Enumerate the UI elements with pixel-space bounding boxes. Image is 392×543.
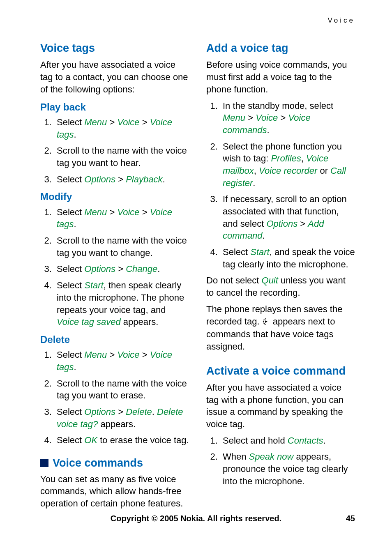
ui-term: Contacts [288, 435, 323, 446]
footer-copyright: Copyright © 2005 Nokia. All rights reser… [0, 514, 392, 523]
quit-note: Do not select Quit unless you want to ca… [206, 274, 355, 299]
list-item: Select Menu > Voice > Voice tags. [54, 206, 189, 230]
content-columns: Voice tags After you have associated a v… [40, 39, 355, 514]
list-item: Select Options > Change. [54, 263, 189, 275]
list-item: In the standby mode, select Menu > Voice… [220, 100, 355, 136]
heading-voice-commands: Voice commands [40, 456, 189, 470]
add-steps: In the standby mode, select Menu > Voice… [206, 100, 355, 271]
menu-path: Voice [117, 117, 139, 127]
menu-path: Menu [223, 113, 245, 123]
page-number: 45 [346, 514, 355, 523]
voice-tags-intro: After you have associated a voice tag to… [40, 59, 189, 95]
menu-path: Menu [84, 207, 107, 217]
heading-activate: Activate a voice command [206, 364, 355, 378]
ui-term: Voice tag saved [57, 317, 121, 327]
menu-path: Voice [256, 113, 278, 123]
menu-path: Options [84, 407, 115, 417]
ui-term: OK [84, 435, 97, 445]
list-item: Scroll to the name with the voice tag yo… [54, 235, 189, 259]
menu-path: Voice [117, 350, 139, 360]
list-item: Select OK to erase the voice tag. [54, 434, 189, 446]
menu-path: Options [84, 174, 115, 184]
list-item: Select and hold Contacts. [220, 435, 355, 447]
list-item: When Speak now appears, pronounce the vo… [220, 451, 355, 487]
heading-add-voice-tag: Add a voice tag [206, 41, 355, 55]
running-header: Voice [327, 16, 355, 25]
list-item: Select Options > Delete. Delete voice ta… [54, 406, 189, 430]
manual-page: Voice Voice tags After you have associat… [0, 0, 392, 543]
list-item: Select Start, and speak the voice tag cl… [220, 246, 355, 270]
list-item: Select Menu > Voice > Voice tags. [54, 349, 189, 373]
list-item: Select Start, then speak clearly into th… [54, 279, 189, 328]
menu-path: Menu [84, 350, 107, 360]
modify-steps: Select Menu > Voice > Voice tags. Scroll… [40, 206, 189, 328]
add-intro: Before using voice commands, you must fi… [206, 59, 355, 95]
ui-term: Quit [262, 275, 278, 285]
ui-term: Voice recorder [259, 166, 317, 176]
ui-term: Start [84, 280, 103, 290]
ui-term: Profiles [271, 153, 301, 163]
list-item: Select Menu > Voice > Voice tags. [54, 116, 189, 140]
delete-steps: Select Menu > Voice > Voice tags. Scroll… [40, 349, 189, 446]
list-item: If necessary, scroll to an option associ… [220, 193, 355, 242]
right-column: Add a voice tag Before using voice comma… [206, 39, 355, 514]
voice-commands-intro: You can set as many as five voice comman… [40, 473, 189, 510]
menu-path: Voice [117, 207, 139, 217]
list-item: Scroll to the name with the voice tag yo… [54, 377, 189, 402]
heading-modify: Modify [40, 190, 189, 203]
list-item: Scroll to the name with the voice tag yo… [54, 145, 189, 169]
heading-delete: Delete [40, 333, 189, 346]
heading-playback: Play back [40, 101, 189, 114]
bullet-square-icon [40, 459, 48, 467]
menu-path: Options [266, 219, 297, 229]
list-item: Select the phone function you wish to ta… [220, 140, 355, 189]
voice-tag-icon [262, 316, 270, 329]
menu-path: Playback [126, 174, 162, 184]
activate-steps: Select and hold Contacts. When Speak now… [206, 435, 355, 488]
activate-intro: After you have associated a voice tag wi… [206, 382, 355, 430]
menu-path: Menu [84, 117, 107, 127]
ui-term: Speak now [249, 451, 294, 462]
playback-steps: Select Menu > Voice > Voice tags. Scroll… [40, 116, 189, 185]
heading-voice-tags: Voice tags [40, 41, 189, 55]
menu-path: Delete [126, 407, 152, 417]
left-column: Voice tags After you have associated a v… [40, 39, 189, 514]
list-item: Select Options > Playback. [54, 173, 189, 186]
replay-note: The phone replays then saves the recorde… [206, 303, 355, 353]
menu-path: Options [84, 264, 115, 274]
menu-path: Change [126, 264, 157, 274]
ui-term: Start [250, 247, 269, 257]
